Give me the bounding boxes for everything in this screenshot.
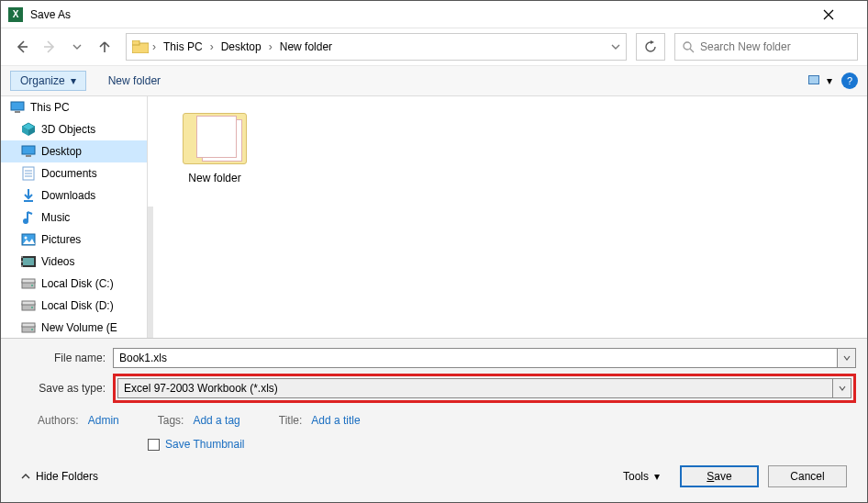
footer-row: Hide Folders Tools ▾ Save Cancel [12,460,856,497]
chevron-down-icon: ▾ [71,74,76,87]
tree-item[interactable]: Pictures [1,229,147,251]
thumb-checkbox[interactable] [148,439,160,451]
tree-label: Downloads [41,189,95,202]
tree-label: Desktop [41,145,82,158]
svg-rect-16 [26,155,31,157]
view-button[interactable]: ▾ [808,74,832,87]
tree-item[interactable]: Videos [1,251,147,273]
folder-icon [183,113,247,164]
tree-item[interactable]: Local Disk (D:) [1,295,147,317]
back-button[interactable] [10,35,34,59]
search-input[interactable] [700,40,850,53]
nav-tree[interactable]: This PC 3D ObjectsDesktopDocumentsDownlo… [1,96,148,338]
tree-item[interactable]: New Volume (E [1,317,147,338]
svg-point-32 [31,285,33,286]
refresh-button[interactable] [636,33,665,61]
forward-button [38,35,61,59]
address-dropdown[interactable] [611,42,620,51]
chevron-right-icon: › [152,40,156,53]
metadata-row: Authors:Admin Tags:Add a tag Title:Add a… [12,408,856,438]
folder-item[interactable]: New folder [173,113,256,184]
save-rest: ave [714,470,731,483]
disk-icon [21,320,36,335]
svg-rect-27 [21,256,23,258]
svg-rect-5 [132,40,139,45]
doc-icon [21,166,36,181]
organize-label: Organize [20,74,65,87]
nav-bar: › This PC › Desktop › New folder [1,28,867,65]
authors-key: Authors: [38,414,79,427]
filename-input[interactable]: Book1.xls [113,348,838,368]
type-dropdown[interactable] [833,378,851,398]
svg-point-22 [23,218,28,224]
save-button[interactable]: Save [680,465,759,487]
authors-value[interactable]: Admin [88,414,119,427]
svg-rect-11 [15,111,20,113]
cancel-button[interactable]: Cancel [768,465,847,487]
tree-item[interactable]: Local Disk (C:) [1,273,147,295]
tools-menu[interactable]: Tools ▾ [623,470,660,483]
up-button[interactable] [93,35,117,59]
close-button[interactable] [823,9,860,20]
disk-icon [21,276,36,291]
chevron-down-icon: ▾ [827,74,832,87]
down-icon [21,188,36,203]
tree-item[interactable]: Downloads [1,184,147,207]
tree-label: Local Disk (D:) [41,299,114,312]
svg-point-38 [31,329,33,330]
pic-icon [21,232,36,247]
cube-icon [21,122,36,137]
svg-rect-26 [23,258,34,265]
type-highlight: Excel 97-2003 Workbook (*.xls) [113,374,856,403]
svg-rect-15 [22,146,35,154]
monitor-icon [10,100,25,115]
tree-item[interactable]: Music [1,207,147,229]
tree-item[interactable]: Documents [1,162,147,184]
type-label: Save as type: [12,382,113,395]
search-box[interactable] [674,33,858,61]
svg-rect-10 [11,102,24,110]
music-icon [21,210,36,225]
thumb-row[interactable]: Save Thumbnail [12,438,856,460]
titlemeta-value[interactable]: Add a title [311,414,360,427]
address-bar[interactable]: › This PC › Desktop › New folder [126,33,627,61]
tree-root[interactable]: This PC [1,96,147,118]
svg-point-24 [25,237,28,240]
tree-item[interactable]: Desktop [1,140,147,162]
svg-line-7 [690,49,694,52]
svg-rect-29 [21,265,23,267]
filename-label: File name: [12,352,113,364]
app-icon: X [8,7,23,22]
titlemeta-key: Title: [279,414,303,427]
breadcrumb-segment[interactable]: New folder [276,39,336,55]
folder-content[interactable]: New folder [148,96,867,338]
desktop-icon [21,144,36,159]
window-title: Save As [30,8,823,21]
tree-label: Pictures [41,233,81,246]
breadcrumb-segment[interactable]: This PC [160,39,206,55]
disk-icon [21,298,36,313]
tree-item[interactable]: 3D Objects [1,118,147,140]
tags-key: Tags: [158,414,184,427]
svg-rect-37 [22,323,35,327]
folder-item-label: New folder [173,172,256,184]
main-area: This PC 3D ObjectsDesktopDocumentsDownlo… [1,96,867,338]
tree-label: Local Disk (C:) [41,277,114,290]
tree-label: Documents [41,167,97,180]
chevron-right-icon: › [210,40,214,53]
svg-rect-9 [809,76,818,84]
recent-dropdown[interactable] [65,35,89,59]
new-folder-button[interactable]: New folder [108,74,161,87]
hide-folders-button[interactable]: Hide Folders [21,470,98,483]
svg-point-6 [684,42,691,50]
type-select[interactable]: Excel 97-2003 Workbook (*.xls) [117,378,833,398]
tree-label: New Volume (E [41,321,117,334]
svg-rect-34 [22,301,35,305]
organize-menu[interactable]: Organize ▾ [10,71,86,91]
breadcrumb-segment[interactable]: Desktop [217,39,265,55]
help-button[interactable]: ? [841,73,858,89]
tags-value[interactable]: Add a tag [193,414,239,427]
filename-dropdown[interactable] [838,348,856,368]
bottom-pane: File name: Book1.xls Save as type: Excel… [1,338,867,502]
tree-scrollbar[interactable] [148,207,153,338]
